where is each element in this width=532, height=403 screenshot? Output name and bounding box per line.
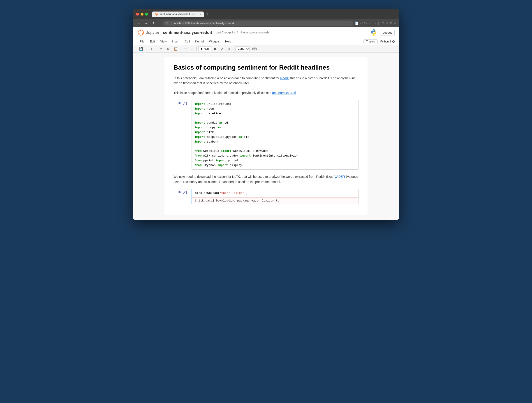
run-button[interactable]: ▶ Run	[198, 46, 211, 51]
tab-view-icon[interactable]: □	[382, 21, 384, 25]
run-icon: ▶	[201, 47, 203, 50]
move-up-button[interactable]: ↑	[183, 46, 188, 52]
browser-actions: ↓ ||| □ ☺ ⧉ ≡	[375, 21, 396, 25]
intro-paragraph-1: In this notebook, I am outlining a basic…	[173, 76, 359, 86]
cut-button[interactable]: ✂	[158, 46, 164, 52]
logout-button[interactable]: Logout	[380, 30, 395, 35]
intro-paragraph-2: This is an adaptation/modernization of a…	[173, 90, 359, 95]
separator-3	[181, 46, 181, 51]
history-icon[interactable]: |||	[378, 21, 380, 25]
save-button[interactable]: 💾	[137, 46, 145, 52]
code-line-14: from IPython import display	[195, 163, 355, 168]
svg-point-3	[140, 30, 141, 31]
browser-window: sentiment-analysis-reddit - Ju… × + ← → …	[133, 9, 399, 220]
menu-file[interactable]: File	[137, 39, 147, 44]
keyboard-shortcuts-button[interactable]: ⌨	[250, 46, 259, 52]
kernel-circle	[392, 40, 395, 43]
minimize-button[interactable]	[140, 13, 144, 16]
profile-icon[interactable]: ☺	[386, 21, 388, 25]
cell-1-content[interactable]: import urllib.request import json import…	[191, 100, 359, 170]
address-bar: ← → ↺ ⌂ 🛡 ⓘ localhost:8888/notebooks/sen…	[133, 19, 399, 27]
copy-button[interactable]: ⧉	[165, 46, 171, 52]
stop-button[interactable]: ■	[212, 46, 217, 52]
menu-kernel[interactable]: Kernel	[193, 39, 206, 44]
code-line-8: import matplotlib.pyplot as plt	[195, 135, 355, 140]
code-line-2: import json	[195, 107, 355, 111]
header-right: Logout	[370, 29, 395, 36]
code-cell-1: In [1]: import urllib.request import jso…	[173, 100, 359, 170]
main-content: Basics of computing sentiment for Reddit…	[133, 53, 399, 220]
menu-widgets[interactable]: Widgets	[207, 39, 222, 44]
tab-close-button[interactable]: ×	[200, 13, 201, 16]
jupyter-logo: Jupyter	[137, 29, 159, 36]
menu-help[interactable]: Help	[223, 39, 234, 44]
info-icon: ⓘ	[170, 21, 172, 25]
svg-point-0	[155, 13, 158, 16]
download-icon[interactable]: ↓	[375, 21, 376, 25]
new-tab-button[interactable]: +	[205, 11, 210, 17]
forward-button[interactable]: →	[143, 21, 149, 26]
shield-icon[interactable]: 🛡	[364, 21, 367, 25]
tab-bar: sentiment-analysis-reddit - Ju… × +	[152, 11, 396, 17]
reader-icon[interactable]: 📄	[355, 21, 359, 25]
restart-button[interactable]: ↺	[219, 46, 225, 52]
code-line-6: import numpy as np	[195, 125, 355, 130]
nltk-cell: We now need to download the lexicon for …	[173, 174, 359, 184]
code-line-10	[195, 144, 355, 149]
code-line-11: from wordcloud import WordCloud, STOPWOR…	[195, 149, 355, 154]
bookmark-icon[interactable]: ☆	[368, 21, 371, 25]
separator-1	[147, 46, 147, 51]
more-icon[interactable]: ⋯	[360, 21, 363, 25]
extensions-icon[interactable]: ⧉	[390, 21, 392, 25]
notebook-content: Basics of computing sentiment for Reddit…	[165, 57, 367, 215]
close-button[interactable]	[136, 13, 139, 16]
cell-2-content[interactable]: nltk.download('vader_lexicon') [nltk_dat…	[191, 189, 359, 204]
menu-view[interactable]: View	[158, 39, 169, 44]
code-area-2[interactable]: nltk.download('vader_lexicon')	[192, 189, 358, 197]
menu-icon[interactable]: ≡	[394, 21, 396, 25]
output-text-2: [nltk_data] Downloading package vader_le…	[195, 199, 279, 202]
code-area-1[interactable]: import urllib.request import json import…	[192, 100, 358, 169]
cell-type-select[interactable]: Code	[235, 46, 250, 51]
notebook-title[interactable]: sentiment-analysis-reddit	[163, 30, 212, 35]
paste-button[interactable]: 📋	[172, 46, 179, 52]
address-input[interactable]: 🛡 ⓘ localhost:8888/notebooks/sentiment-a…	[163, 20, 353, 26]
back-button[interactable]: ←	[136, 21, 141, 26]
traffic-lights	[136, 13, 148, 16]
maximize-button[interactable]	[145, 13, 148, 16]
menu-insert[interactable]: Insert	[170, 39, 182, 44]
kernel-name: Python 3	[380, 40, 391, 43]
code-line-3: import datetime	[195, 111, 355, 116]
kernel-indicator: Python 3	[380, 40, 395, 43]
intro-cell-2: This is an adaptation/modernization of a…	[173, 90, 359, 95]
jupyter-logo-text: Jupyter	[146, 30, 159, 35]
home-button[interactable]: ⌂	[157, 21, 161, 26]
separator-4	[196, 46, 196, 51]
vader-link[interactable]: VADER	[334, 175, 345, 178]
learndatasci-link[interactable]: on LearnDataSci	[272, 91, 296, 95]
checkpoint-info: Last Checkpoint: 4 minutes ago (autosave…	[216, 31, 269, 34]
menu-edit[interactable]: Edit	[148, 39, 157, 44]
cell-2-prompt: In [2]:	[173, 189, 191, 204]
python-logo	[370, 29, 377, 36]
menu-cell[interactable]: Cell	[183, 39, 192, 44]
code-line-13: from pprint import pprint	[195, 158, 355, 163]
restart-run-button[interactable]: ⏭	[226, 46, 233, 52]
add-cell-button[interactable]: +	[149, 46, 154, 52]
trusted-button[interactable]: Trusted	[363, 39, 377, 44]
title-bar: sentiment-analysis-reddit - Ju… × +	[133, 9, 399, 19]
code-line-7: import nltk	[195, 130, 355, 135]
reload-button[interactable]: ↺	[151, 20, 155, 26]
reddit-link[interactable]: Reddit	[280, 76, 289, 80]
jupyter-logo-icon	[137, 29, 144, 36]
svg-point-5	[142, 33, 143, 35]
intro-cell-1: In this notebook, I am outlining a basic…	[173, 76, 359, 86]
jupyter-header: Jupyter sentiment-analysis-reddit Last C…	[133, 27, 399, 38]
address-icons: 📄 ⋯ 🛡 ☆	[355, 21, 371, 25]
active-tab[interactable]: sentiment-analysis-reddit - Ju… ×	[152, 12, 204, 17]
run-label: Run	[204, 47, 209, 50]
svg-point-4	[139, 33, 140, 35]
nltk-paragraph: We now need to download the lexicon for …	[173, 174, 359, 184]
output-area-2: [nltk_data] Downloading package vader_le…	[192, 197, 358, 204]
move-down-button[interactable]: ↓	[189, 46, 195, 52]
